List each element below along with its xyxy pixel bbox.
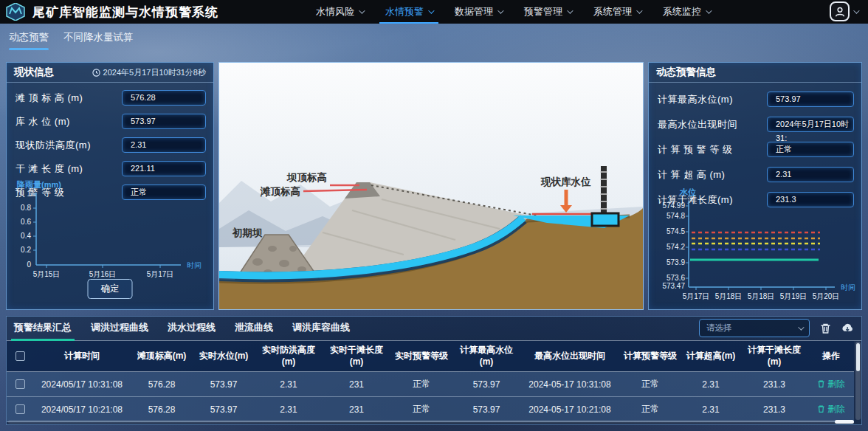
field-label: 计 算 预 警 等 级 [658,143,733,156]
chevron-down-icon [359,7,365,13]
user-menu[interactable] [830,1,858,21]
app-title: 尾矿库智能监测与水情预警系统 [32,4,218,21]
clock-icon [92,69,100,77]
dry-beach-length-input[interactable]: 221.11 [122,161,206,176]
svg-text:574.99: 574.99 [662,201,685,210]
max-level-time-input[interactable]: 2024年5月17日10时31: [767,117,854,132]
current-info-header: 现状信息 2024年5月17日10时31分8秒 [7,63,213,83]
dam-crest-label: 坝顶标高 [286,171,327,183]
nav-item-system-monitor[interactable]: 系统监控 [663,0,710,24]
tab-discharge-curve[interactable]: 泄流曲线 [235,321,273,340]
field-label: 现状防洪高度(m) [16,139,91,152]
panel-title: 动态预警信息 [656,66,716,79]
svg-text:5月15日: 5月15日 [33,270,61,278]
current-info-panel: 现状信息 2024年5月17日10时31分8秒 滩 顶 标 高 (m)576.2… [6,62,214,310]
beach-top-elevation-input[interactable]: 576.28 [122,90,206,106]
svg-text:5月19日: 5月19日 [780,292,807,300]
trash-icon [820,323,831,334]
chevron-down-icon [636,7,642,13]
nav-item-water-warning[interactable]: 水情预警 [385,0,433,24]
svg-text:573.9: 573.9 [666,258,685,266]
svg-text:5月17日: 5月17日 [147,270,174,278]
chevron-down-icon [706,7,712,13]
trash-icon [817,404,825,413]
warning-info-panel: 动态预警信息 计算最高水位(m)573.97 最高水位出现时间2024年5月17… [648,62,862,310]
svg-text:0.6: 0.6 [21,218,31,226]
results-table: 计算时间 滩顶标高(m) 实时水位(m) 实时防洪高度(m) 实时干滩长度(m)… [7,341,854,422]
calc-freeboard-input[interactable]: 2.31 [767,167,854,182]
chevron-down-icon [853,7,859,13]
results-section: 预警结果汇总 调洪过程曲线 洪水过程线 泄流曲线 调洪库容曲线 请选择 [6,316,862,425]
svg-text:0.8: 0.8 [21,204,31,212]
svg-text:5月20日: 5月20日 [813,292,840,300]
main-nav: 水情风险 水情预警 数据管理 预警管理 系统管理 系统监控 [316,0,710,24]
avatar-icon [830,1,850,21]
filter-select[interactable]: 请选择 [699,319,810,337]
field-label: 干 滩 长 度 (m) [16,162,83,176]
field-label: 计算最高水位(m) [658,93,733,106]
panel-title: 现状信息 [14,66,54,79]
warning-info-header: 动态预警信息 [649,63,861,83]
table-row: 2024/05/17 10:21:08 576.28 573.97 2.31 2… [7,397,854,422]
svg-text:时间: 时间 [841,283,855,292]
chevron-down-icon [428,7,434,13]
export-button[interactable] [841,322,854,335]
svg-text:573.47: 573.47 [662,282,685,290]
nav-item-data-management[interactable]: 数据管理 [455,0,502,24]
table-horizontal-scrollbar[interactable] [8,420,854,424]
svg-text:时间: 时间 [187,261,202,269]
field-label: 滩 顶 标 高 (m) [16,92,83,105]
nav-item-system-management[interactable]: 系统管理 [593,0,641,24]
svg-text:5月17日: 5月17日 [683,292,710,300]
tab-storage-capacity-curve[interactable]: 调洪库容曲线 [292,321,350,340]
tab-warning-results-summary[interactable]: 预警结果汇总 [14,321,72,340]
svg-text:574.5: 574.5 [666,227,685,235]
chevron-down-icon [497,7,503,13]
nav-item-water-risk[interactable]: 水情风险 [316,0,363,24]
delete-row-button[interactable]: 删除 [817,403,845,416]
max-level-input[interactable]: 573.97 [767,92,854,107]
initial-dam-label: 初期坝 [232,227,263,238]
confirm-button[interactable]: 确定 [88,279,133,299]
cloud-download-icon [841,323,854,334]
dashboard: 尾矿库智能监测与水情预警系统 水情风险 水情预警 数据管理 预警管理 系统管理 … [0,0,868,431]
flood-control-height-input[interactable]: 2.31 [122,137,206,153]
table-header-row: 计算时间 滩顶标高(m) 实时水位(m) 实时防洪高度(m) 实时干滩长度(m)… [7,341,854,372]
svg-text:0: 0 [27,261,31,269]
svg-text:5月18日: 5月18日 [748,292,775,300]
table-row: 2024/05/17 10:31:08 576.28 573.97 2.31 2… [7,372,854,397]
trash-icon [817,379,825,388]
delete-row-button[interactable]: 删除 [817,378,845,390]
tab-dynamic-warning[interactable]: 动态预警 [9,31,49,50]
tab-rainfall-trial[interactable]: 不同降水量试算 [63,31,134,50]
chevron-down-icon [798,324,804,330]
svg-text:573.6: 573.6 [666,274,685,282]
delete-selected-button[interactable] [819,322,832,335]
top-navbar: 尾矿库智能监测与水情预警系统 水情风险 水情预警 数据管理 预警管理 系统管理 … [0,0,868,24]
results-tabs-bar: 预警结果汇总 调洪过程曲线 洪水过程线 泄流曲线 调洪库容曲线 请选择 [7,317,861,341]
tab-flood-hydrograph[interactable]: 洪水过程线 [168,321,216,340]
row-checkbox[interactable] [16,379,25,389]
field-label: 库 水 位 (m) [16,115,70,128]
select-all-checkbox[interactable] [16,351,25,361]
tab-flood-routing-curve[interactable]: 调洪过程曲线 [91,321,148,340]
dam-diagram: 坝顶标高 滩顶标高 初期坝 现状库水位 [219,63,643,309]
current-level-label: 现状库水位 [540,176,591,187]
dam-diagram-panel: 坝顶标高 滩顶标高 初期坝 现状库水位 [218,62,644,310]
svg-text:5月16日: 5月16日 [89,270,117,278]
svg-text:1: 1 [27,190,31,198]
page-tabs: 动态预警 不同降水量试算 [9,31,134,50]
nav-item-warning-management[interactable]: 预警管理 [524,0,571,24]
water-level-chart: 574.99 574.8 574.5 574.2 573.9 573.6 573… [650,196,861,308]
svg-text:0.4: 0.4 [21,232,31,240]
chevron-down-icon [567,7,573,13]
svg-text:574.8: 574.8 [666,212,685,220]
svg-text:5月18日: 5月18日 [715,292,743,300]
row-checkbox[interactable] [16,404,25,414]
calc-warning-level-input[interactable]: 正常 [767,142,854,157]
field-label: 最高水位出现时间 [658,118,737,131]
current-timestamp: 2024年5月17日10时31分8秒 [92,67,206,78]
reservoir-level-input[interactable]: 573.97 [122,114,206,129]
beach-top-label: 滩顶标高 [260,185,300,197]
table-vertical-scrollbar[interactable] [855,342,861,420]
